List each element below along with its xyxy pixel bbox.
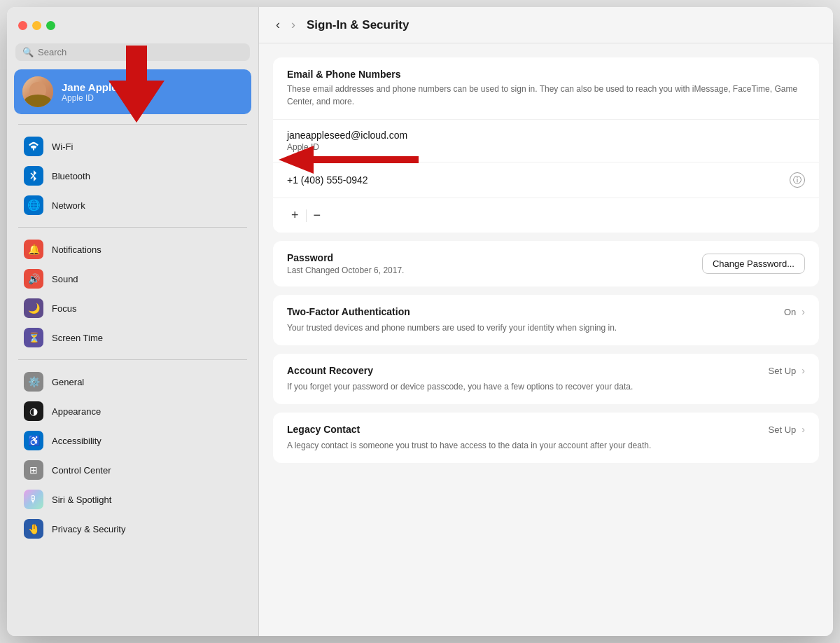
account-recovery-info: Account Recovery If you forget your pass… (287, 365, 769, 393)
titlebar (7, 7, 258, 43)
sidebar-section-preferences: ⚙️ General ◑ Appearance ♿ Accessibility … (7, 364, 258, 546)
email-phone-title: Email & Phone Numbers (287, 69, 805, 80)
sidebar-item-notifications[interactable]: 🔔 Notifications (13, 235, 253, 264)
notifications-icon: 🔔 (24, 240, 43, 259)
page-title: Sign-In & Security (307, 18, 409, 32)
divider-2 (18, 227, 247, 228)
legacy-contact-info: Legacy Contact A legacy contact is someo… (287, 424, 769, 452)
appearance-icon: ◑ (24, 401, 43, 421)
sidebar-item-siri[interactable]: 🎙 Siri & Spotlight (13, 485, 253, 514)
main-content: ‹ › Sign-In & Security Email & Phone Num… (259, 7, 833, 636)
sidebar-item-label-controlcenter: Control Center (52, 465, 111, 476)
sidebar-item-bluetooth[interactable]: Bluetooth (13, 161, 253, 191)
sidebar-item-screentime[interactable]: ⏳ Screen Time (13, 323, 253, 352)
sidebar-item-focus[interactable]: 🌙 Focus (13, 293, 253, 323)
legacy-contact-desc: A legacy contact is someone you trust to… (287, 439, 769, 452)
account-recovery-card[interactable]: Account Recovery If you forget your pass… (273, 354, 819, 404)
sidebar-item-label-sound: Sound (52, 274, 78, 284)
sidebar-section-connectivity: Wi-Fi Bluetooth 🌐 Network (7, 129, 258, 223)
sidebar-item-label-privacy: Privacy & Security (52, 524, 125, 534)
email-address: janeappleseed@icloud.com (287, 130, 805, 141)
change-password-button[interactable]: Change Password... (702, 254, 805, 274)
focus-icon: 🌙 (24, 298, 43, 318)
svg-marker-1 (279, 146, 419, 174)
sidebar-item-privacy[interactable]: 🤚 Privacy & Security (13, 514, 253, 544)
network-icon: 🌐 (24, 195, 43, 215)
tfa-status: On (784, 307, 796, 317)
password-card: Password Last Changed October 6, 2017. C… (273, 241, 819, 286)
password-info: Password Last Changed October 6, 2017. (287, 252, 404, 275)
siri-icon: 🎙 (24, 490, 43, 509)
email-phone-desc: These email addresses and phone numbers … (287, 83, 805, 108)
traffic-lights (18, 21, 55, 30)
tfa-right: On › (784, 306, 805, 317)
divider-3 (18, 359, 247, 360)
sidebar-item-label-notifications: Notifications (52, 244, 102, 255)
general-icon: ⚙️ (24, 372, 43, 392)
sidebar-item-sound[interactable]: 🔊 Sound (13, 264, 253, 293)
sidebar-section-system: 🔔 Notifications 🔊 Sound 🌙 Focus ⏳ (7, 232, 258, 355)
privacy-icon: 🤚 (24, 519, 43, 539)
controlcenter-icon: ⊞ (24, 460, 43, 480)
sidebar-item-label-bluetooth: Bluetooth (52, 171, 90, 181)
avatar (22, 76, 53, 107)
content-header: ‹ › Sign-In & Security (259, 7, 833, 43)
sidebar-item-wifi[interactable]: Wi-Fi (13, 132, 253, 161)
tfa-chevron-icon: › (802, 306, 805, 317)
sidebar-item-label-accessibility: Accessibility (52, 436, 102, 446)
password-last-changed: Last Changed October 6, 2017. (287, 265, 404, 275)
minimize-button[interactable] (32, 21, 41, 30)
remove-button[interactable]: − (307, 205, 328, 226)
sidebar-item-label-wifi: Wi-Fi (52, 141, 73, 152)
phone-info-button[interactable]: ⓘ (790, 172, 805, 188)
account-recovery-chevron-icon: › (802, 365, 805, 376)
add-button[interactable]: + (284, 205, 306, 226)
wifi-icon (24, 137, 43, 156)
account-recovery-status: Set Up (769, 366, 797, 376)
email-phone-header: Email & Phone Numbers These email addres… (273, 57, 819, 120)
account-recovery-title: Account Recovery (287, 365, 769, 376)
sidebar-item-accessibility[interactable]: ♿ Accessibility (13, 426, 253, 455)
legacy-contact-card[interactable]: Legacy Contact A legacy contact is someo… (273, 413, 819, 463)
sidebar-item-general[interactable]: ⚙️ General (13, 367, 253, 396)
sound-icon: 🔊 (24, 269, 43, 289)
sidebar-item-appearance[interactable]: ◑ Appearance (13, 396, 253, 426)
svg-marker-0 (108, 46, 164, 123)
legacy-contact-title: Legacy Contact (287, 424, 769, 435)
account-recovery-desc: If you forget your password or device pa… (287, 380, 769, 393)
tfa-card[interactable]: Two-Factor Authentication Your trusted d… (273, 295, 819, 345)
close-button[interactable] (18, 21, 27, 30)
sidebar-item-label-network: Network (52, 200, 85, 211)
tfa-desc: Your trusted devices and phone numbers a… (287, 322, 784, 334)
tfa-title: Two-Factor Authentication (287, 306, 784, 317)
svg-point-2 (33, 149, 34, 151)
bluetooth-icon (24, 166, 43, 186)
sidebar-item-label-general: General (52, 377, 84, 387)
content-body: Email & Phone Numbers These email addres… (259, 43, 833, 477)
back-button[interactable]: ‹ (273, 16, 283, 34)
accessibility-icon: ♿ (24, 431, 43, 450)
fullscreen-button[interactable] (46, 21, 55, 30)
forward-button[interactable]: › (288, 16, 298, 34)
sidebar-item-label-screentime: Screen Time (52, 333, 103, 343)
sidebar-item-controlcenter[interactable]: ⊞ Control Center (13, 455, 253, 485)
sidebar-item-label-siri: Siri & Spotlight (52, 495, 111, 505)
sidebar-item-network[interactable]: 🌐 Network (13, 191, 253, 220)
legacy-contact-status: Set Up (769, 424, 797, 435)
account-recovery-right: Set Up › (769, 365, 805, 376)
sidebar-item-label-focus: Focus (52, 303, 76, 314)
screentime-icon: ⏳ (24, 328, 43, 347)
legacy-contact-chevron-icon: › (802, 424, 805, 435)
tfa-info: Two-Factor Authentication Your trusted d… (287, 306, 784, 334)
add-remove-row: + − (273, 198, 819, 233)
sidebar-item-label-appearance: Appearance (52, 406, 101, 417)
password-title: Password (287, 252, 404, 263)
search-icon: 🔍 (22, 47, 34, 57)
legacy-contact-right: Set Up › (769, 424, 805, 435)
